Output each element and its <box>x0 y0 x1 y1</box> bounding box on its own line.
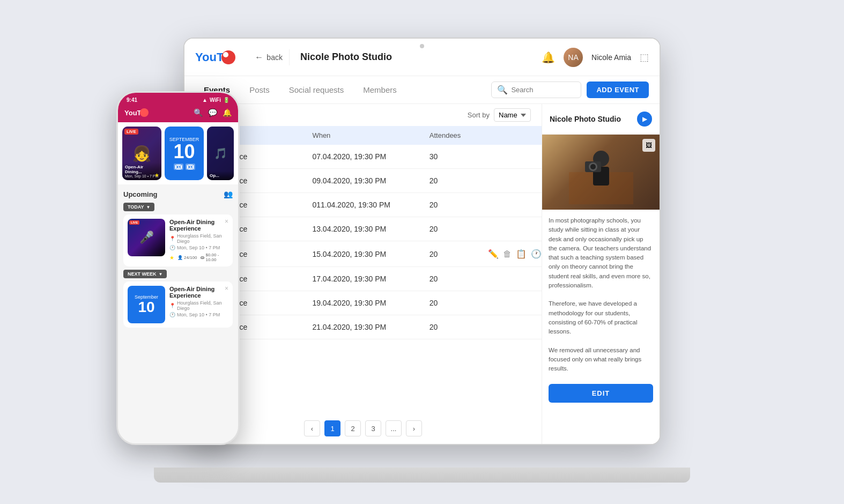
header-right: 🔔 NA Nicole Amia ⬚ <box>542 48 649 67</box>
upcoming-header: Upcoming 👥 <box>123 190 233 198</box>
phone-search-icon[interactable]: 🔍 <box>194 108 203 117</box>
phone-calendar-card[interactable]: September 10 🎟 🎟 <box>165 127 204 180</box>
ticket-icon-1: 🎟 <box>174 164 183 170</box>
user-name: Nicole Amia <box>591 53 631 62</box>
svg-point-6 <box>590 164 596 169</box>
search-input[interactable] <box>511 86 575 94</box>
sidebar-edit-button[interactable]: EDIT <box>549 384 653 403</box>
phone-event-item-1[interactable]: 🎤 LIVE Open-Air Dining Experience 📍 Hour… <box>123 214 233 266</box>
phone-bell-icon[interactable]: 🔔 <box>223 108 232 117</box>
ticket-icons: 🎟 🎟 <box>174 164 195 170</box>
copy-icon[interactable]: 📋 <box>516 249 527 259</box>
card1-title: Open-Air Dining... <box>125 165 159 174</box>
event1-attendees: 👤 24/100 <box>177 255 197 260</box>
edit-icon[interactable]: ✏️ <box>488 249 499 259</box>
sort-select[interactable]: Name Date <box>494 108 531 122</box>
event2-time: 🕐 Mon, Sep 10 • 7 PM <box>169 312 228 317</box>
phone-header: YouT 🔍 💬 🔔 <box>118 105 238 122</box>
phone-status-bar: 9:41 ▲ WiFi 🔋 <box>118 93 238 105</box>
card3-title: Op... <box>210 173 231 178</box>
delete-icon[interactable]: 🗑 <box>503 249 512 259</box>
row6-when: 17.04.2020, 19:30 PM <box>312 275 429 283</box>
event1-title: Open-Air Dining Experience <box>169 219 228 232</box>
page-3-button[interactable]: 3 <box>365 420 381 436</box>
event2-close-button[interactable]: × <box>225 285 228 292</box>
event1-image: 🎤 LIVE <box>128 219 165 256</box>
phone-wrapper: 9:41 ▲ WiFi 🔋 YouT 🔍 💬 🔔 <box>116 91 240 445</box>
row8-attendees: 20 <box>430 323 488 331</box>
event2-info: Open-Air Dining Experience 📍 Hourglass F… <box>169 286 228 323</box>
prev-page-button[interactable]: ‹ <box>304 420 320 436</box>
event1-close-button[interactable]: × <box>225 218 228 225</box>
sidebar-description: In most photography schools, you study w… <box>542 210 660 380</box>
event2-date-card: September 10 <box>128 286 165 323</box>
laptop-camera <box>420 44 424 48</box>
col-attendees: Attendees <box>430 131 488 139</box>
row8-when: 21.04.2020, 19:30 PM <box>312 323 429 331</box>
page-1-button[interactable]: 1 <box>324 420 340 436</box>
laptop-screen: YouT ← back Nicole Photo Studio 🔔 NA Nic… <box>184 39 660 444</box>
event2-title: Open-Air Dining Experience <box>169 286 228 299</box>
back-arrow-icon: ← <box>255 53 263 62</box>
laptop-wrapper: 9:41 ▲ WiFi 🔋 YouT 🔍 💬 🔔 <box>100 21 744 483</box>
card1-subtitle: Mon, Sep 10 • 7 PM <box>125 174 159 178</box>
next-page-button[interactable]: › <box>406 420 422 436</box>
event2-location: 📍 Hourglass Field, San Diego <box>169 300 228 311</box>
laptop-body: YouT ← back Nicole Photo Studio 🔔 NA Nic… <box>183 38 661 445</box>
row2-attendees: 20 <box>430 176 488 185</box>
location-icon: 📍 <box>169 236 175 241</box>
sidebar-studio-header: Nicole Photo Studio ▶ <box>542 104 660 135</box>
today-label: TODAY ▼ <box>123 203 154 211</box>
star-icon: ★ <box>169 255 174 261</box>
phone-chat-icon[interactable]: 💬 <box>208 108 217 117</box>
nav-right-actions: 🔍 ADD EVENT <box>491 81 649 98</box>
event1-live-badge: LIVE <box>129 220 139 225</box>
clock-icon-2: 🕐 <box>169 312 175 317</box>
live-badge-1: LIVE <box>124 129 138 135</box>
logo-text: YouT <box>195 50 224 64</box>
phone-event-card-3[interactable]: 🎵 Op... <box>207 127 234 180</box>
row4-when: 13.04.2020, 19:30 PM <box>312 225 429 233</box>
main-content: Sort by Name Date Where When Attendees <box>184 104 660 444</box>
sidebar-studio-name: Nicole Photo Studio <box>550 115 621 123</box>
phone-header-actions: 🔍 💬 🔔 <box>194 108 232 117</box>
tab-posts[interactable]: Posts <box>241 81 278 99</box>
event1-time: 🕐 Mon, Sep 10 • 7 PM <box>169 245 228 250</box>
add-event-button[interactable]: ADD EVENT <box>587 81 649 98</box>
page-2-button[interactable]: 2 <box>345 420 361 436</box>
phone-event-card-1[interactable]: 👧 LIVE Open-Air Dining... Mon, Sep 10 • … <box>122 127 161 180</box>
back-button[interactable]: ← back <box>248 49 290 65</box>
tab-social-requests[interactable]: Social requests <box>280 81 353 99</box>
row3-attendees: 20 <box>430 201 488 209</box>
phone-logo-icon <box>140 108 149 117</box>
row1-attendees: 30 <box>430 152 488 161</box>
phone-scroll-area[interactable]: 👧 LIVE Open-Air Dining... Mon, Sep 10 • … <box>118 122 238 443</box>
phone-top-cards: 👧 LIVE Open-Air Dining... Mon, Sep 10 • … <box>118 122 238 184</box>
row4-attendees: 20 <box>430 225 488 233</box>
sidebar-panel: Nicole Photo Studio ▶ <box>542 104 660 444</box>
tab-members[interactable]: Members <box>354 81 405 99</box>
event1-location: 📍 Hourglass Field, San Diego <box>169 233 228 244</box>
location-icon-2: 📍 <box>169 303 175 308</box>
calendar-day: 10 <box>173 142 195 161</box>
phone-event-item-2[interactable]: September 10 Open-Air Dining Experience … <box>123 281 233 328</box>
back-label: back <box>266 53 283 62</box>
row5-when: 15.04.2020, 19:30 PM <box>312 250 429 258</box>
event1-price: 🎟 $0.00 - 10.00 <box>200 253 228 262</box>
bell-icon[interactable]: 🔔 <box>542 51 555 64</box>
image-upload-icon[interactable]: 🖼 <box>642 139 655 152</box>
studio-image: 🖼 <box>542 135 660 210</box>
user-avatar: NA <box>564 48 583 67</box>
search-box[interactable]: 🔍 <box>491 81 581 98</box>
clock-icon: 🕐 <box>169 245 175 250</box>
search-icon: 🔍 <box>497 85 508 95</box>
event2-day: 10 <box>138 300 154 315</box>
upcoming-icon[interactable]: 👥 <box>224 190 233 198</box>
phone-logo: YouT <box>124 108 149 117</box>
row2-when: 09.04.2020, 19:30 PM <box>312 176 429 185</box>
clock-icon[interactable]: 🕐 <box>531 249 542 259</box>
logout-icon[interactable]: ⬚ <box>640 51 649 63</box>
col-actions <box>488 131 531 139</box>
photographer-svg <box>569 140 633 204</box>
sort-label: Sort by <box>468 111 490 119</box>
